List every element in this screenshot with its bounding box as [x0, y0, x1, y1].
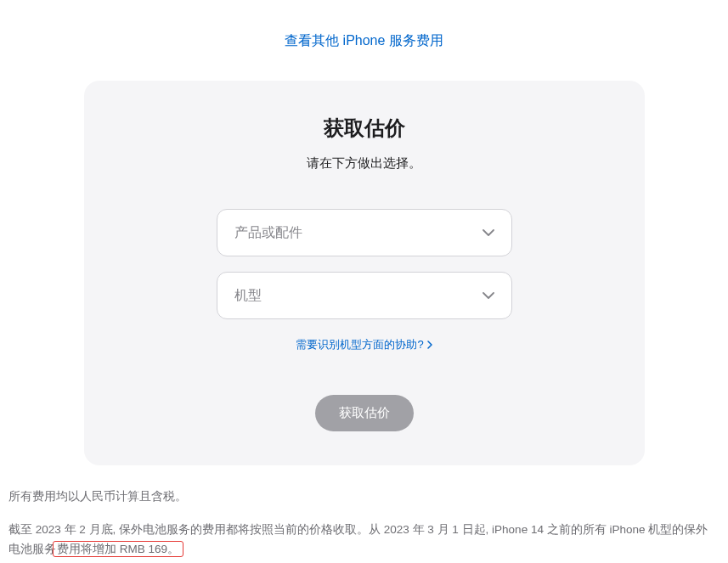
help-link-text: 需要识别机型方面的协助?: [296, 337, 423, 352]
chevron-down-icon: [483, 292, 494, 299]
footer-line-2: 截至 2023 年 2 月底, 保外电池服务的费用都将按照当前的价格收取。从 2…: [8, 521, 720, 560]
footer-line-1: 所有费用均以人民币计算且含税。: [8, 487, 720, 507]
get-estimate-button[interactable]: 获取估价: [315, 395, 414, 431]
footer-text: 所有费用均以人民币计算且含税。 截至 2023 年 2 月底, 保外电池服务的费…: [8, 487, 720, 560]
price-highlight: 费用将增加 RMB 169。: [53, 541, 183, 557]
submit-wrapper: 获取估价: [110, 395, 619, 431]
chevron-right-icon: [427, 341, 432, 349]
card-subtitle: 请在下方做出选择。: [110, 155, 619, 172]
chevron-down-icon: [483, 229, 494, 236]
other-services-link[interactable]: 查看其他 iPhone 服务费用: [285, 33, 443, 48]
top-link-wrapper: 查看其他 iPhone 服务费用: [0, 32, 728, 50]
model-select-placeholder: 机型: [234, 287, 262, 305]
model-select-wrapper: 机型: [217, 272, 512, 319]
estimate-card: 获取估价 请在下方做出选择。 产品或配件 机型 需要识别机型方面的协助? 获取估…: [84, 81, 645, 465]
product-select-wrapper: 产品或配件: [217, 209, 512, 256]
model-help-link[interactable]: 需要识别机型方面的协助?: [296, 337, 432, 352]
product-select-placeholder: 产品或配件: [234, 224, 302, 242]
card-title: 获取估价: [110, 115, 619, 142]
product-select[interactable]: 产品或配件: [217, 209, 512, 256]
model-select[interactable]: 机型: [217, 272, 512, 319]
help-link-wrapper: 需要识别机型方面的协助?: [110, 336, 619, 352]
